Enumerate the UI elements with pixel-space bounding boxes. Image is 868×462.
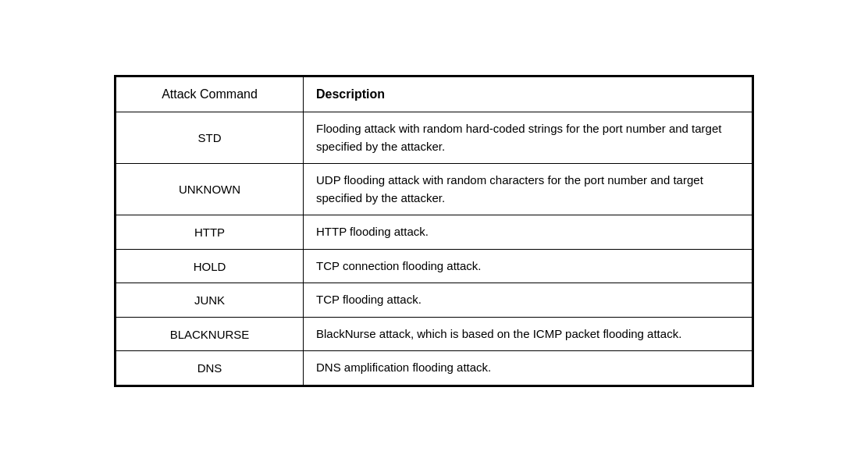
attack-description-cell: DNS amplification flooding attack.: [304, 351, 752, 386]
attack-command-cell: JUNK: [116, 283, 304, 318]
attack-command-cell: BLACKNURSE: [116, 317, 304, 351]
attack-commands-table: Attack Command Description STDFlooding a…: [114, 75, 754, 387]
attack-command-cell: STD: [116, 112, 304, 164]
attack-command-cell: DNS: [116, 351, 304, 386]
table-row: STDFlooding attack with random hard-code…: [116, 112, 752, 164]
attack-description-cell: BlackNurse attack, which is based on the…: [304, 317, 752, 351]
attack-description-cell: UDP flooding attack with random characte…: [304, 164, 752, 215]
attack-command-cell: HOLD: [116, 249, 304, 283]
attack-description-cell: HTTP flooding attack.: [304, 215, 752, 250]
attack-description-cell: Flooding attack with random hard-coded s…: [304, 112, 752, 164]
column-header-command: Attack Command: [116, 77, 304, 112]
table-row: UNKNOWNUDP flooding attack with random c…: [116, 164, 752, 215]
attack-command-cell: HTTP: [116, 215, 304, 250]
column-header-description: Description: [304, 77, 752, 112]
table-row: HOLDTCP connection flooding attack.: [116, 249, 752, 283]
attack-description-cell: TCP flooding attack.: [304, 283, 752, 318]
table-row: HTTPHTTP flooding attack.: [116, 215, 752, 250]
table-header-row: Attack Command Description: [116, 77, 752, 112]
attack-command-cell: UNKNOWN: [116, 164, 304, 215]
table-row: JUNKTCP flooding attack.: [116, 283, 752, 318]
attack-description-cell: TCP connection flooding attack.: [304, 249, 752, 283]
table-row: DNSDNS amplification flooding attack.: [116, 351, 752, 386]
table-row: BLACKNURSEBlackNurse attack, which is ba…: [116, 317, 752, 351]
